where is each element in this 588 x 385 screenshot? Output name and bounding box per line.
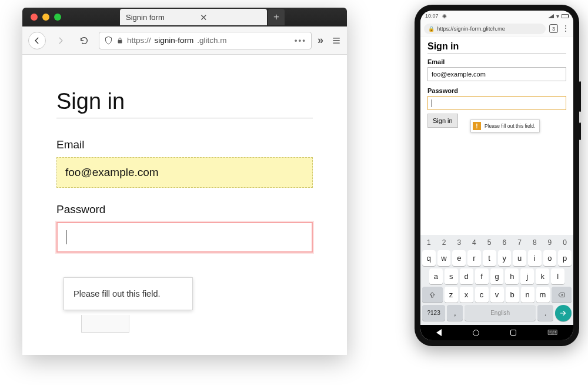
key-u[interactable]: u <box>513 250 526 266</box>
key-5[interactable]: 5 <box>483 237 496 248</box>
key-d[interactable]: d <box>460 268 473 284</box>
page-actions-icon[interactable]: ••• <box>295 36 306 45</box>
key-7[interactable]: 7 <box>513 237 526 248</box>
key-3[interactable]: 3 <box>452 237 466 248</box>
url-host: signin-form <box>155 36 194 45</box>
shift-key[interactable] <box>422 287 443 303</box>
url-protocol: https:// <box>127 36 151 45</box>
lock-icon: 🔒 <box>428 26 435 32</box>
validation-message: Please fill out this field. <box>74 289 161 298</box>
key-v[interactable]: v <box>490 287 504 303</box>
key-g[interactable]: g <box>490 268 504 284</box>
phone-email-input[interactable]: foo@example.com <box>427 67 566 81</box>
key-f[interactable]: f <box>475 268 489 284</box>
key-o[interactable]: o <box>543 250 557 266</box>
key-y[interactable]: y <box>498 250 512 266</box>
key-2[interactable]: 2 <box>437 237 451 248</box>
keyboard-row-1: qwertyuiop <box>422 250 572 266</box>
more-menu-icon[interactable]: ⋮ <box>562 26 570 31</box>
phone-screen: 10:07 ◉ ▾ 🔒 https://signin-form.glitch.m… <box>420 11 573 340</box>
key-1[interactable]: 1 <box>422 237 436 248</box>
shield-icon <box>104 36 113 45</box>
key-b[interactable]: b <box>506 287 519 303</box>
phone-page-heading: Sign in <box>427 41 566 54</box>
comma-key[interactable]: , <box>447 305 463 321</box>
email-input[interactable]: foo@example.com <box>56 157 313 188</box>
key-k[interactable]: k <box>536 268 549 284</box>
close-window-button[interactable] <box>31 14 38 21</box>
tab-title: Signin form <box>126 13 165 22</box>
key-c[interactable]: c <box>475 287 489 303</box>
key-0[interactable]: 0 <box>558 237 572 248</box>
key-6[interactable]: 6 <box>498 237 512 248</box>
key-8[interactable]: 8 <box>528 237 542 248</box>
tab-count-button[interactable]: 3 <box>549 24 558 33</box>
phone-validation-tooltip: ! Please fill out this field. <box>470 120 540 132</box>
key-s[interactable]: s <box>445 268 458 284</box>
backspace-key[interactable] <box>552 287 572 303</box>
back-button[interactable] <box>28 32 46 49</box>
enter-key[interactable] <box>555 305 572 321</box>
period-key[interactable]: . <box>537 305 553 321</box>
key-m[interactable]: m <box>536 287 550 303</box>
key-n[interactable]: n <box>521 287 534 303</box>
nav-recents-button[interactable] <box>510 330 516 336</box>
phone-side-button <box>579 81 581 112</box>
nav-home-button[interactable] <box>473 330 479 336</box>
wifi-icon: ▾ <box>556 13 559 19</box>
keyboard-row-4: ?123 , English . <box>422 305 572 321</box>
signin-button-obscured[interactable] <box>81 315 129 333</box>
window-controls <box>22 14 61 21</box>
phone-validation-message: Please fill out this field. <box>485 123 535 129</box>
keyboard-number-row: 1234567890 <box>422 237 572 248</box>
key-a[interactable]: a <box>429 268 443 284</box>
space-key[interactable]: English <box>465 305 536 321</box>
enter-icon <box>559 309 567 317</box>
key-9[interactable]: 9 <box>543 237 557 248</box>
close-tab-icon[interactable]: ✕ <box>200 13 208 22</box>
key-4[interactable]: 4 <box>467 237 481 248</box>
key-x[interactable]: x <box>460 287 473 303</box>
symbols-key[interactable]: ?123 <box>422 305 445 321</box>
address-bar[interactable]: https://signin-form.glitch.m ••• <box>99 32 312 49</box>
key-e[interactable]: e <box>452 250 466 266</box>
phone-address-bar[interactable]: 🔒 https://signin-form.glitch.me <box>424 24 546 34</box>
browser-tab[interactable]: Signin form ✕ <box>120 9 267 25</box>
soft-keyboard: 1234567890 qwertyuiop asdfghjkl zxcvbnm … <box>420 235 573 325</box>
reload-button[interactable] <box>75 32 93 49</box>
maximize-window-button[interactable] <box>54 14 61 21</box>
status-time: 10:07 <box>425 13 439 19</box>
signin-button[interactable]: Sign in <box>427 114 458 128</box>
key-q[interactable]: q <box>422 250 436 266</box>
key-h[interactable]: h <box>505 268 519 284</box>
battery-icon <box>562 14 569 18</box>
key-t[interactable]: t <box>483 250 496 266</box>
text-caret <box>66 230 66 244</box>
key-l[interactable]: l <box>551 268 564 284</box>
window-titlebar: Signin form ✕ + <box>22 8 347 26</box>
key-z[interactable]: z <box>445 287 458 303</box>
key-w[interactable]: w <box>437 250 451 266</box>
forward-button[interactable] <box>52 32 69 49</box>
status-bar: 10:07 ◉ ▾ <box>420 11 573 21</box>
nav-back-button[interactable] <box>436 329 442 336</box>
overflow-chevron-icon[interactable]: » <box>318 34 323 47</box>
phone-password-input[interactable] <box>427 96 566 110</box>
email-label: Email <box>56 138 313 151</box>
nav-keyboard-icon[interactable]: ⌨ <box>547 328 557 337</box>
url-rest: .glitch.m <box>197 36 226 45</box>
password-input[interactable] <box>56 222 313 253</box>
minimize-window-button[interactable] <box>42 14 49 21</box>
email-value: foo@example.com <box>65 166 159 179</box>
key-p[interactable]: p <box>558 250 572 266</box>
phone-email-label: Email <box>427 58 566 65</box>
phone-email-value: foo@example.com <box>432 71 486 78</box>
menu-icon[interactable] <box>332 36 341 45</box>
key-i[interactable]: i <box>528 250 542 266</box>
new-tab-button[interactable]: + <box>268 9 285 25</box>
page-heading: Sign in <box>56 89 313 118</box>
key-j[interactable]: j <box>520 268 534 284</box>
lock-icon <box>116 37 123 44</box>
key-r[interactable]: r <box>467 250 481 266</box>
phone-password-label: Password <box>427 87 566 94</box>
